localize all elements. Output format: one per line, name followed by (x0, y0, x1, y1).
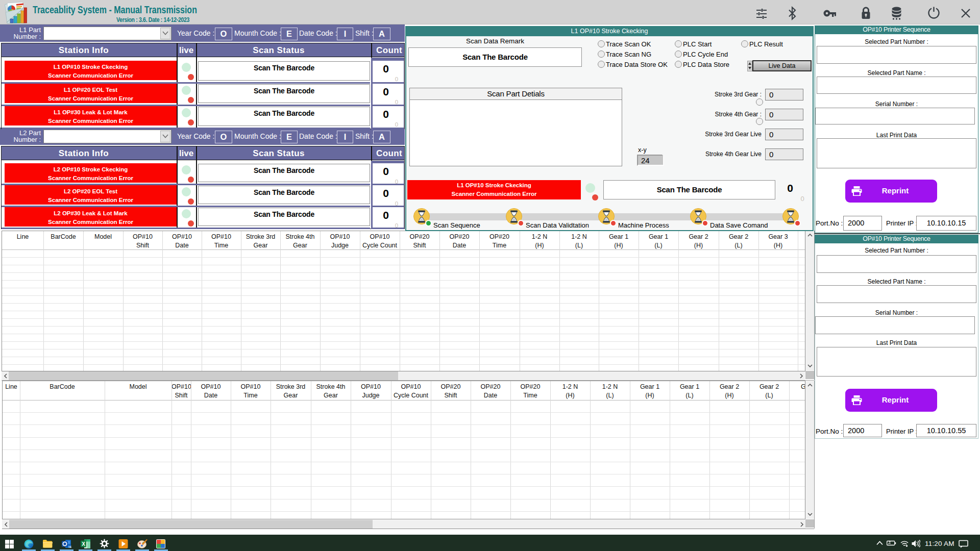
svg-text:X: X (82, 541, 85, 547)
svg-text:NEW: NEW (68, 545, 71, 548)
